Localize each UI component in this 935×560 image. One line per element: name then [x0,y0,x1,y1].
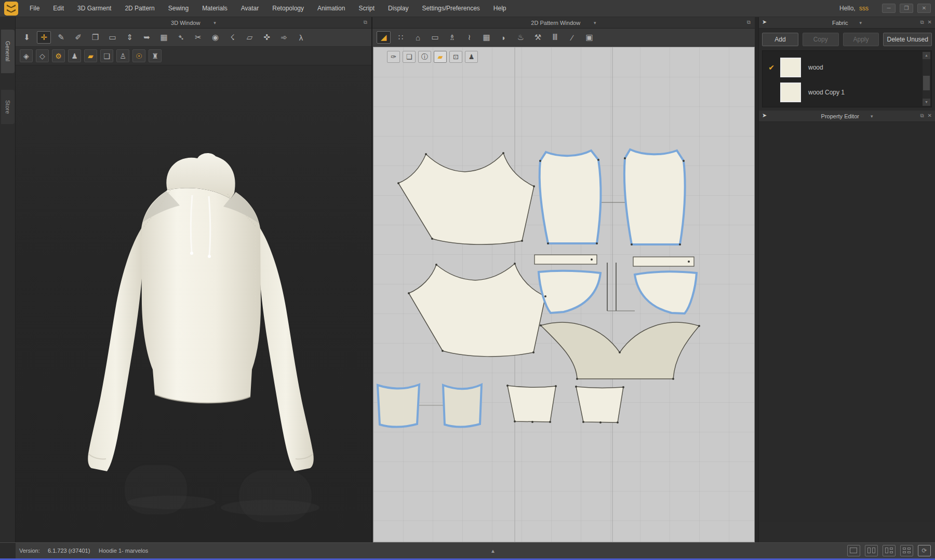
import-arrow-icon[interactable]: ⬇ [20,31,34,44]
2d-window-dropdown-icon[interactable]: ▾ [594,20,596,25]
target-tool-icon[interactable]: ◉ [208,31,222,44]
pattern-sleeve-right[interactable] [624,149,685,244]
create-polygon-icon[interactable]: ⌂ [411,31,425,44]
select-brush-icon[interactable]: ✎ [54,31,68,44]
menu-item-file[interactable]: File [23,0,46,17]
3d-window-dropdown-icon[interactable]: ▾ [213,20,216,25]
layout-single-icon[interactable] [847,545,860,556]
fabric-scrollbar[interactable]: ▲ ▼ [923,52,930,106]
rect-select-icon[interactable]: ▭ [105,31,119,44]
2d-window-expand-icon[interactable]: ⧉ [747,19,751,25]
fabric-apply-button[interactable]: Apply [843,33,879,46]
measure-stand-icon[interactable]: ♜ [149,49,162,62]
fabric-display-icon[interactable]: ▰ [84,49,97,62]
pin-tool-icon[interactable]: ➴ [174,31,188,44]
layout-column-rows-icon[interactable] [883,545,896,556]
fabric-swatch[interactable] [780,83,801,102]
simulation-gear-icon[interactable]: ⚙ [52,49,65,62]
menu-item-settings-preferences[interactable]: Settings/Preferences [415,0,486,17]
select-pen-icon[interactable]: ✐ [71,31,85,44]
pattern-hood[interactable] [541,322,699,379]
menu-item-help[interactable]: Help [487,0,513,17]
mesh-grid-icon[interactable]: ▦ [157,31,171,44]
close-button[interactable]: ✕ [917,4,931,13]
pattern-front-bodice[interactable] [398,153,534,244]
username-text[interactable]: sss [859,5,869,12]
pleats-icon[interactable]: Ⅲ [548,31,562,44]
fabric-panel-dropdown-icon[interactable]: ▾ [860,20,862,25]
pattern-back-bodice[interactable] [409,264,545,357]
restore-button[interactable]: ❐ [900,4,913,13]
menu-item-animation[interactable]: Animation [311,0,352,17]
pattern-pocket-right[interactable] [635,271,697,313]
fabric-panel-close-icon[interactable]: ✕ [928,19,932,25]
pattern-cuff-left[interactable] [378,385,419,427]
move-tool-icon[interactable]: ✛ [37,31,51,44]
flatten-tool-icon[interactable]: ▱ [243,31,257,44]
sewing-machine-icon[interactable]: ⚒ [531,31,545,44]
menu-item-script[interactable]: Script [352,0,381,17]
menu-item-sewing[interactable]: Sewing [162,0,195,17]
cloth-display-icon[interactable]: ❑ [100,49,113,62]
property-editor-close-icon[interactable]: ✕ [928,113,932,119]
fabric-check-icon[interactable]: ✔ [763,63,780,72]
minimize-button[interactable]: ─ [882,4,896,13]
layout-reset-icon[interactable]: ⟳ [918,545,931,556]
sidebar-tab-store[interactable]: Store [1,90,15,124]
pattern-hood-band-left[interactable] [535,255,597,264]
pattern-cuff-right[interactable] [443,385,482,427]
menu-item-display[interactable]: Display [381,0,415,17]
3d-viewport[interactable] [16,65,371,542]
menu-item-edit[interactable]: Edit [46,0,71,17]
layout-two-column-icon[interactable] [865,545,878,556]
3d-window-expand-icon[interactable]: ⧉ [364,19,367,25]
fabric-add-button[interactable]: Add [762,33,798,46]
free-sewing-icon[interactable]: ▦ [479,31,493,44]
thick-garment-icon[interactable]: ◈ [20,49,33,62]
pattern-avatar-icon[interactable]: ♗ [445,31,459,44]
garment-display-icon[interactable]: ◇ [36,49,49,62]
zipper-tool-icon[interactable]: ☇ [225,31,239,44]
align-tool-icon[interactable]: ✜ [260,31,274,44]
property-editor-expand-icon[interactable]: ⧉ [920,113,924,119]
scroll-down-icon[interactable]: ▼ [923,99,930,106]
avatar-bust-icon[interactable]: ♙ [116,49,129,62]
pattern-hood-band-right[interactable] [633,257,694,266]
scroll-thumb[interactable] [923,76,930,90]
fabric-list-item[interactable]: ✔ wood [763,55,918,80]
bottom-collapse-icon[interactable]: ▲ [490,548,496,554]
transform-pattern-icon[interactable]: ◢ [377,31,391,44]
2d-pattern-canvas[interactable]: ✑❏ⓘ▰⊡♟ [373,47,755,542]
menu-item-2d-pattern[interactable]: 2D Pattern [118,0,161,17]
menu-item-3d-garment[interactable]: 3D Garment [71,0,118,17]
fabric-panel-expand-icon[interactable]: ⧉ [920,19,924,25]
panel-collapse-arrow-icon[interactable]: ➤ [762,19,767,25]
property-editor-dropdown-icon[interactable]: ▾ [871,114,873,119]
steam-icon[interactable]: ♨ [514,31,528,44]
fold-arrangement-icon[interactable]: ◗ [497,31,511,44]
panel-collapse-arrow-icon[interactable]: ➤ [762,112,767,119]
sewing-tool-icon[interactable]: ✂ [191,31,205,44]
segment-sewing-icon[interactable]: ≀ [462,31,476,44]
avatar-display-icon[interactable]: ♟ [68,49,81,62]
pattern-pocket-left[interactable] [539,271,600,313]
scroll-up-icon[interactable]: ▲ [923,52,930,59]
avatar-scale-icon[interactable]: ⇕ [123,31,137,44]
move-garment-icon[interactable]: ❐ [88,31,102,44]
fabric-list-item[interactable]: wood Copy 1 [763,80,918,105]
sidebar-tab-general[interactable]: General [1,30,15,73]
pattern-waistband-right[interactable] [576,387,623,422]
edit-sewing-icon[interactable]: ∕ [565,31,579,44]
menu-item-retopology[interactable]: Retopology [265,0,311,17]
fabric-swatch[interactable] [780,58,801,77]
fabric-copy-button[interactable]: Copy [803,33,839,46]
shirt-icon[interactable]: ▣ [582,31,596,44]
menu-item-avatar[interactable]: Avatar [234,0,265,17]
place-pattern-icon[interactable]: ➥ [140,31,154,44]
pattern-waistband-left[interactable] [507,386,556,422]
create-rectangle-icon[interactable]: ▭ [428,31,442,44]
fabric-delete-unused-button[interactable]: Delete Unused [883,33,932,46]
edit-pattern-icon[interactable]: ∷ [394,31,408,44]
layout-quad-icon[interactable] [900,545,913,556]
pattern-sleeve-left[interactable] [540,151,601,243]
